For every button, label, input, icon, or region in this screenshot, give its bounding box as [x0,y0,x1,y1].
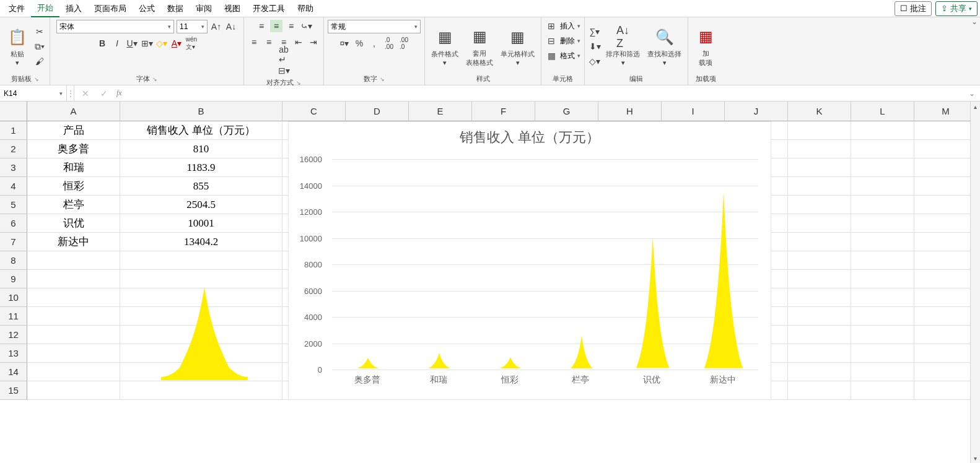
find-select-button[interactable]: 🔍查找和选择▾ [645,26,684,67]
cell-B4[interactable]: 855 [120,177,282,196]
data-point[interactable] [428,353,450,368]
conditional-format-button[interactable]: ▦条件格式▾ [429,26,461,67]
format-cells-button[interactable]: ▦格式▾ [545,50,580,62]
cell-M7[interactable] [914,233,978,251]
cell-A2[interactable]: 奥多普 [27,140,120,158]
data-point[interactable] [571,335,593,368]
tab-review[interactable]: 审阅 [190,1,218,17]
col-header-C[interactable]: C [282,102,346,121]
row-header-6[interactable]: 6 [0,214,27,233]
cell-K12[interactable] [788,326,851,344]
comma-icon[interactable]: , [368,37,380,50]
cell-A3[interactable]: 和瑞 [27,158,120,177]
row-header-13[interactable]: 13 [0,344,27,363]
cell-L12[interactable] [851,326,914,344]
align-center-icon[interactable]: ≡ [263,36,275,48]
row-header-14[interactable]: 14 [0,363,27,381]
tab-insert[interactable]: 插入 [59,1,88,17]
cell-L4[interactable] [851,177,914,196]
insert-cells-button[interactable]: ⊞插入▾ [545,20,580,32]
row-header-1[interactable]: 1 [0,121,27,140]
merge-center-icon[interactable]: ⊟▾ [278,64,290,77]
paste-button[interactable]: 📋 粘贴▾ [4,26,31,67]
data-point[interactable] [704,192,743,368]
tab-view[interactable]: 视图 [218,1,247,17]
col-header-L[interactable]: L [851,102,914,121]
cell-A9[interactable] [27,270,120,288]
increase-indent-icon[interactable]: ⇥ [307,36,320,48]
col-header-H[interactable]: H [598,102,662,121]
tab-formulas[interactable]: 公式 [133,1,161,17]
cell-A10[interactable] [27,288,120,307]
italic-icon[interactable]: I [111,37,123,50]
font-color-icon[interactable]: A▾ [170,37,183,50]
cell-M10[interactable] [914,288,978,307]
cell-K11[interactable] [788,307,851,326]
cell-K3[interactable] [788,158,851,177]
cell-M12[interactable] [914,326,978,344]
comments-button[interactable]: ☐批注 [895,1,932,16]
cell-L3[interactable] [851,158,914,177]
decrease-decimal-icon[interactable]: .00.0 [398,37,410,50]
col-header-I[interactable]: I [662,102,725,121]
row-header-10[interactable]: 10 [0,288,27,307]
cell-M5[interactable] [914,196,978,214]
col-header-E[interactable]: E [409,102,472,121]
row-header-5[interactable]: 5 [0,196,27,214]
cell-M15[interactable] [914,381,978,400]
col-header-M[interactable]: M [914,102,978,121]
cell-M11[interactable] [914,307,978,326]
cell-K2[interactable] [788,140,851,158]
row-header-8[interactable]: 8 [0,251,27,270]
chart[interactable]: 销售收入 单位（万元） 0200040006000800010000120001… [288,121,771,400]
cell-styles-button[interactable]: ▦单元格样式▾ [498,26,537,67]
font-name-dropdown[interactable]: 宋体▾ [56,20,174,33]
share-button[interactable]: ⇪共享▾ [935,1,978,16]
cell-A14[interactable] [27,363,120,381]
cell-K7[interactable] [788,233,851,251]
row-header-11[interactable]: 11 [0,307,27,326]
cell-B8[interactable] [120,251,282,270]
vertical-scrollbar[interactable]: ▴ ▾ [970,102,980,463]
chart-title[interactable]: 销售收入 单位（万元） [289,122,771,149]
col-header-J[interactable]: J [725,102,788,121]
picture-thumbnail[interactable] [161,287,248,380]
cell-K6[interactable] [788,214,851,233]
fill-color-icon[interactable]: ◇▾ [155,37,168,50]
cell-M4[interactable] [914,177,978,196]
cell-L2[interactable] [851,140,914,158]
collapse-ribbon-button[interactable]: ⌄ [969,17,980,85]
cell-M2[interactable] [914,140,978,158]
row-header-15[interactable]: 15 [0,381,27,400]
font-dialog-launcher[interactable]: ↘ [152,76,157,82]
delete-cells-button[interactable]: ⊟删除▾ [545,35,580,47]
cell-B7[interactable]: 13404.2 [120,233,282,251]
cell-M1[interactable] [914,121,978,140]
row-header-4[interactable]: 4 [0,177,27,196]
row-header-7[interactable]: 7 [0,233,27,251]
cell-A15[interactable] [27,381,120,400]
increase-font-icon[interactable]: A↑ [210,20,222,33]
cell-B9[interactable] [120,270,282,288]
cell-M6[interactable] [914,214,978,233]
cell-K8[interactable] [788,251,851,270]
data-point[interactable] [499,357,522,368]
align-dialog-launcher[interactable]: ↘ [296,80,301,86]
cell-L8[interactable] [851,251,914,270]
fill-icon[interactable]: ⬇▾ [588,40,601,53]
tab-help[interactable]: 帮助 [291,1,320,17]
addins-button[interactable]: ▦加 载项 [692,25,719,67]
align-middle-icon[interactable]: ≡ [270,20,282,32]
align-bottom-icon[interactable]: ≡ [285,20,297,32]
cell-A13[interactable] [27,344,120,363]
col-header-D[interactable]: D [346,102,409,121]
orientation-icon[interactable]: ⤿▾ [300,20,312,32]
cell-A12[interactable] [27,326,120,344]
cell-L6[interactable] [851,214,914,233]
cell-A6[interactable]: 识优 [27,214,120,233]
cell-A5[interactable]: 栏亭 [27,196,120,214]
cell-L9[interactable] [851,270,914,288]
format-painter-icon[interactable]: 🖌 [33,55,46,67]
underline-icon[interactable]: U▾ [126,37,138,50]
bold-icon[interactable]: B [96,37,108,50]
